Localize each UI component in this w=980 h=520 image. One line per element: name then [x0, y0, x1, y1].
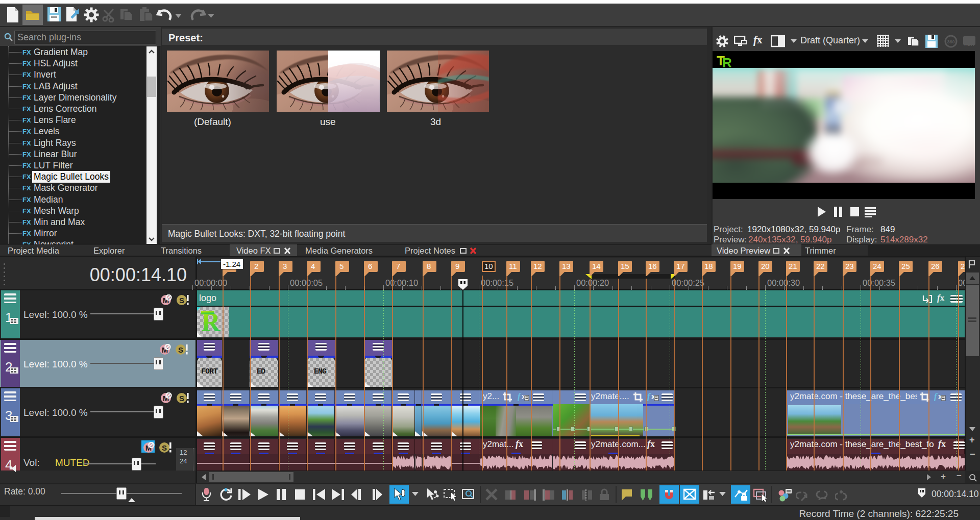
svg-text:S: S [179, 394, 184, 403]
svg-text:360: 360 [947, 39, 954, 44]
svg-text:HDR: HDR [964, 42, 974, 47]
svg-text:R: R [722, 55, 732, 69]
svg-text:f: f [518, 391, 522, 401]
svg-text:4: 4 [5, 457, 12, 473]
svg-text:f: f [647, 391, 651, 401]
svg-text:f: f [934, 391, 938, 401]
svg-text:S: S [179, 296, 184, 305]
svg-text:S: S [178, 345, 183, 354]
svg-text:S: S [162, 443, 167, 452]
